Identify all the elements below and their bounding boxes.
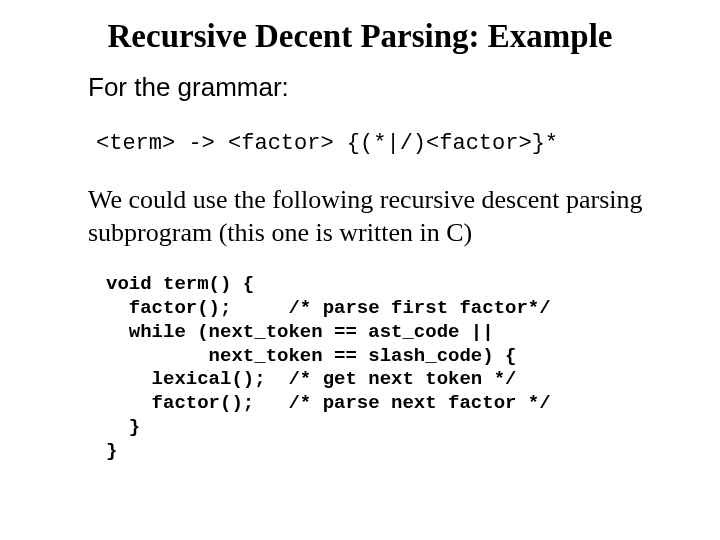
slide-title: Recursive Decent Parsing: Example [40, 18, 680, 54]
code-block: void term() { factor(); /* parse first f… [106, 273, 650, 463]
slide: Recursive Decent Parsing: Example For th… [0, 0, 720, 540]
lead-text: For the grammar: [88, 72, 650, 103]
grammar-rule: <term> -> <factor> {(*|/)<factor>}* [96, 131, 650, 156]
slide-body: For the grammar: <term> -> <factor> {(*|… [40, 72, 680, 463]
explain-text: We could use the following recursive des… [88, 184, 650, 249]
